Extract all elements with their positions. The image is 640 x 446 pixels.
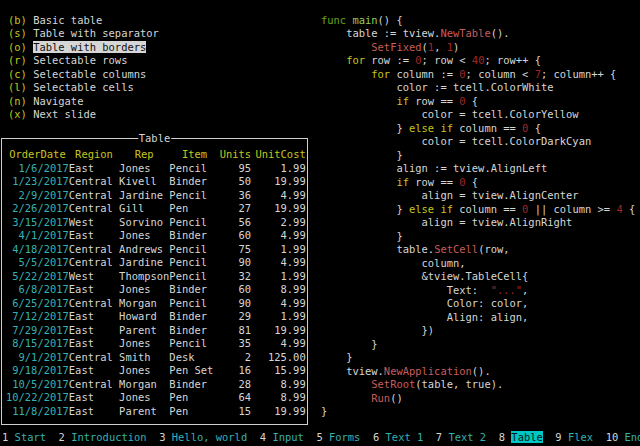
code-line: table := tview.NewTable(). [321,27,635,41]
table-cell: 16 [220,364,251,378]
menu-item-c[interactable]: (c) Selectable columns [8,68,159,82]
status-bar: 1 Start 2 Introduction 3 Hello, world 4 … [2,431,640,445]
table-cell: East [69,391,119,405]
menu-item-label: Next slide [33,108,96,120]
table-cell: East [69,310,119,324]
table-cell: Pencil [169,216,219,230]
table-row: 10/5/2017CentralMorganBinder288.99 [6,378,307,392]
table-cell: 19.99 [255,405,305,419]
table-cell: Pen Set [169,364,219,378]
table-row: 4/1/2017EastJonesBinder604.99 [6,229,307,243]
code-line: } [321,149,635,163]
status-item-label: Introduction [71,431,146,443]
status-item-number: 8 [499,431,505,443]
table-cell: 75 [220,243,251,257]
table-cell: Binder [169,378,219,392]
table-cell: 15.99 [255,364,305,378]
menu-shortcut-key: (b) [8,14,27,26]
table-cell: Pencil [169,270,219,284]
status-item-table[interactable]: 8 Table [499,431,543,443]
table-row: 4/18/2017CentralAndrewsPencil751.99 [6,243,307,257]
status-item-input[interactable]: 4 Input [260,431,304,443]
status-item-label: Text 2 [448,431,486,443]
table-cell: Binder [169,175,219,189]
table-cell: 7/29/2017 [6,324,69,338]
status-item-number: 1 [2,431,8,443]
code-line: func main() { [321,14,635,28]
code-line: Text: "...", [321,284,635,298]
table-cell: East [69,283,119,297]
status-item-number: 5 [316,431,322,443]
column-header-unitcost: UnitCost [255,148,305,162]
code-line: } [321,405,635,419]
table-cell: Desk [169,351,219,365]
table-cell: 32 [220,270,251,284]
table-cell: Jones [119,162,169,176]
code-pane: func main() { table := tview.NewTable().… [321,14,635,419]
table-cell: Central [69,189,119,203]
table-cell: 56 [220,216,251,230]
table-cell: Binder [169,283,219,297]
table-cell: Jones [119,283,169,297]
table-cell: East [69,405,119,419]
table-cell: Pencil [169,189,219,203]
table-cell: Binder [169,324,219,338]
menu-shortcut-key: (c) [8,68,27,80]
table-cell: 4.99 [255,189,305,203]
table-cell: 9/1/2017 [6,351,69,365]
table-cell: 5/5/2017 [6,256,69,270]
code-line: tview.NewApplication(). [321,365,635,379]
status-item-start[interactable]: 1 Start [2,431,46,443]
menu-item-o[interactable]: (o) Table with borders [8,41,159,55]
table-cell: Central [69,175,119,189]
code-line: align = tview.AlignCenter [321,189,635,203]
status-item-end[interactable]: 10 End [606,431,640,443]
status-item-text-1[interactable]: 6 Text 1 [373,431,423,443]
column-header-orderdate: OrderDate [6,148,69,162]
menu-item-r[interactable]: (r) Selectable rows [8,54,159,68]
table-cell: 81 [220,324,251,338]
menu-item-n[interactable]: (n) Navigate [8,95,159,109]
status-item-flex[interactable]: 9 Flex [555,431,593,443]
code-line: } [321,351,635,365]
table-cell: Pen [169,391,219,405]
menu-item-x[interactable]: (x) Next slide [8,108,159,122]
table-row: 8/15/2017EastJonesPencil354.99 [6,337,307,351]
menu-shortcut-key: (l) [8,81,27,93]
table-cell: 28 [220,378,251,392]
status-item-hello-world[interactable]: 3 Hello, world [159,431,247,443]
code-line: align = tview.AlignRight [321,216,635,230]
column-header-region: Region [69,148,119,162]
table-cell: 4.99 [255,337,305,351]
table-rows: OrderDateRegionRepItemUnitsUnitCost1/6/2… [2,139,307,424]
table-cell: 27 [220,202,251,216]
table-row: 5/5/2017CentralJardinePencil904.99 [6,256,307,270]
table-cell: 60 [220,283,251,297]
status-item-introduction[interactable]: 2 Introduction [59,431,147,443]
table-row: 1/23/2017CentralKivellBinder5019.99 [6,175,307,189]
table-cell: Central [69,297,119,311]
code-line: if row == 0 { [321,176,635,190]
code-line: table.SetCell(row, [321,243,635,257]
table-cell: Parent [119,405,169,419]
table-cell: 4/1/2017 [6,229,69,243]
menu-item-b[interactable]: (b) Basic table [8,14,159,28]
table-cell: 8/15/2017 [6,337,69,351]
table-cell: 19.99 [255,324,305,338]
menu-item-s[interactable]: (s) Table with separator [8,27,159,41]
table-cell: Morgan [119,378,169,392]
menu-item-label: Selectable columns [33,68,146,80]
code-line: } else if column == 0 { [321,122,635,136]
status-item-number: 7 [436,431,442,443]
menu-item-l[interactable]: (l) Selectable cells [8,81,159,95]
table-cell: 35 [220,337,251,351]
table-cell: Pencil [169,337,219,351]
code-line: column, [321,257,635,271]
status-item-forms[interactable]: 5 Forms [316,431,360,443]
table-cell: 8.99 [255,378,305,392]
table-row: 9/18/2017EastJonesPen Set1615.99 [6,364,307,378]
table-cell: Jardine [119,189,169,203]
status-item-text-2[interactable]: 7 Text 2 [436,431,486,443]
menu-item-label: Selectable rows [33,54,127,66]
table-cell: 4/18/2017 [6,243,69,257]
